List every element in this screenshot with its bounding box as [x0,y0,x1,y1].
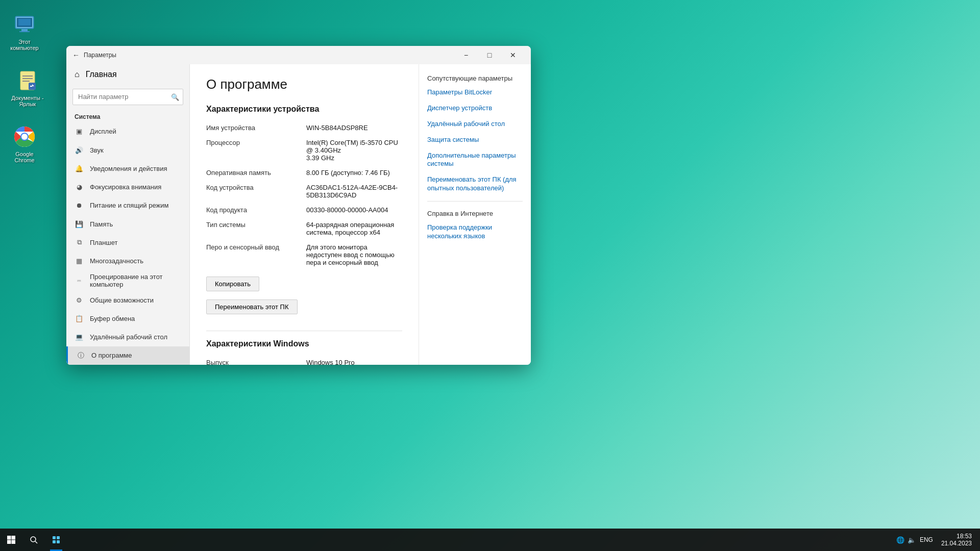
product-id-value: 00330-80000-00000-AA004 [306,204,402,216]
lang-text: ENG [920,536,933,543]
sidebar-item-projection[interactable]: ⎓ Проецирование на этот компьютер [66,270,189,291]
processor-label: Процессор [206,137,298,164]
close-button[interactable]: ✕ [501,46,525,64]
device-info-grid: Имя устройства WIN-5B84ADSP8RE Процессор… [206,122,402,268]
sidebar-item-multitasking[interactable]: ▦ Многозадачность [66,252,189,270]
edition-label: Выпуск [206,357,298,365]
desktop: Этот компьютер Документы - Ярлык [0,0,980,551]
svg-rect-18 [7,540,11,544]
search-icon: 🔍 [171,93,179,101]
multilang-support-link[interactable]: Проверка поддержки нескольких языков [427,223,523,241]
sidebar-home[interactable]: ⌂ Главная [66,64,189,85]
svg-rect-5 [18,19,31,26]
copy-device-button[interactable]: Копировать [206,277,259,291]
taskbar-search-icon [30,536,38,544]
desktop-icon-documents[interactable]: Документы - Ярлык [7,66,48,109]
device-id-value: AC36DAC1-512A-4A2E-9CB4-5DB313D6C9AD [306,182,402,201]
device-id-label: Код устройства [206,182,298,201]
about-label: О программе [91,352,132,359]
notifications-icon: 🔔 [75,164,84,173]
back-button[interactable]: ← [72,51,80,59]
home-icon: ⌂ [75,70,80,79]
chrome-icon [12,124,37,149]
tablet-icon: ⧉ [75,238,84,247]
device-name-value: WIN-5B84ADSP8RE [306,122,402,134]
sidebar-item-power[interactable]: ⏺ Питание и спящий режим [66,196,189,215]
desktop-icon-chrome[interactable]: Google Chrome [4,122,45,165]
desktop-icon-computer[interactable]: Этот компьютер [4,10,45,53]
memory-icon: 💾 [75,219,84,229]
system-type-value: 64-разрядная операционная система, проце… [306,219,402,238]
documents-icon-label: Документы - Ярлык [9,95,46,107]
svg-rect-8 [22,78,33,79]
search-taskbar[interactable] [22,529,45,551]
clipboard-label: Буфер обмена [90,315,135,322]
device-section-title: Характеристики устройства [206,105,402,114]
svg-rect-19 [12,540,16,544]
device-manager-link[interactable]: Диспетчер устройств [427,104,523,113]
display-icon: ▣ [75,127,84,136]
system-protection-link[interactable]: Защита системы [427,136,523,144]
sidebar-item-notifications[interactable]: 🔔 Уведомления и действия [66,159,189,178]
taskbar-clock[interactable]: 18:53 21.04.2023 [937,531,976,549]
remote-label: Удалённый рабочий стол [90,333,167,341]
minimize-button[interactable]: − [454,46,478,64]
systray: 🌐 🔈 [896,536,916,544]
start-button[interactable] [0,529,22,551]
home-label: Главная [86,70,117,79]
sidebar-item-tablet[interactable]: ⧉ Планшет [66,233,189,252]
multitasking-icon: ▦ [75,257,84,266]
svg-rect-9 [22,81,30,82]
taskbar-settings-item[interactable] [45,529,67,551]
chrome-icon-label: Google Chrome [6,151,43,163]
focus-label: Фокусировка внимания [90,183,161,191]
window-title: Параметры [84,52,116,59]
svg-rect-23 [57,536,60,539]
sidebar-item-clipboard[interactable]: 📋 Буфер обмена [66,309,189,328]
svg-rect-17 [12,536,16,540]
svg-point-20 [31,537,36,542]
lang-indicator: ENG [920,536,933,543]
remote-icon: 💻 [75,333,84,342]
volume-icon: 🔈 [908,536,916,544]
pen-touch-label: Перо и сенсорный ввод [206,241,298,268]
projection-icon: ⎓ [75,276,84,285]
clipboard-icon: 📋 [75,314,84,323]
clock-date: 21.04.2023 [941,540,972,547]
svg-rect-3 [19,31,30,32]
accessibility-icon: ⚙ [75,295,84,305]
rename-advanced-link[interactable]: Переименовать этот ПК (для опытных польз… [427,176,523,193]
about-icon: ⓘ [76,351,85,360]
svg-rect-16 [7,536,11,540]
notifications-label: Уведомления и действия [90,165,167,172]
sidebar-item-focus[interactable]: ◕ Фокусировка внимания [66,178,189,196]
maximize-button[interactable]: □ [478,46,501,64]
sidebar-item-memory[interactable]: 💾 Память [66,215,189,233]
accessibility-label: Общие возможности [90,296,154,304]
right-panel: Сопутствующие параметры Параметры BitLoc… [419,64,531,365]
taskbar-right: 🌐 🔈 ENG 18:53 21.04.2023 [892,529,980,551]
edition-value: Windows 10 Pro [306,357,402,365]
advanced-params-link[interactable]: Дополнительные параметры системы [427,152,523,169]
sidebar-item-remote[interactable]: 💻 Удалённый рабочий стол [66,328,189,346]
processor-value: Intel(R) Core(TM) i5-3570 CPU @ 3.40GHz3… [306,137,402,164]
focus-icon: ◕ [75,183,84,192]
rename-pc-button[interactable]: Переименовать этот ПК [206,299,298,314]
clock-time: 18:53 [941,533,972,540]
svg-rect-22 [53,536,56,539]
windows-info-grid: Выпуск Windows 10 Pro Версия 22H2 Дата у… [206,357,402,365]
search-input[interactable] [72,89,183,105]
page-title: О программе [206,77,402,92]
remote-desktop-link[interactable]: Удалённый рабочий стол [427,120,523,129]
sidebar-item-display[interactable]: ▣ Дисплей [66,122,189,141]
svg-rect-7 [22,76,33,77]
bitlocker-link[interactable]: Параметры BitLocker [427,88,523,97]
sidebar-item-sound[interactable]: 🔊 Звук [66,141,189,159]
section-divider [206,331,402,331]
product-id-label: Код продукта [206,204,298,216]
sidebar-item-about[interactable]: ⓘ О программе [66,346,189,365]
sidebar-item-accessibility[interactable]: ⚙ Общие возможности [66,291,189,309]
svg-line-21 [35,541,37,543]
multitasking-label: Многозадачность [90,257,143,265]
sidebar-search-container: 🔍 [72,89,183,105]
